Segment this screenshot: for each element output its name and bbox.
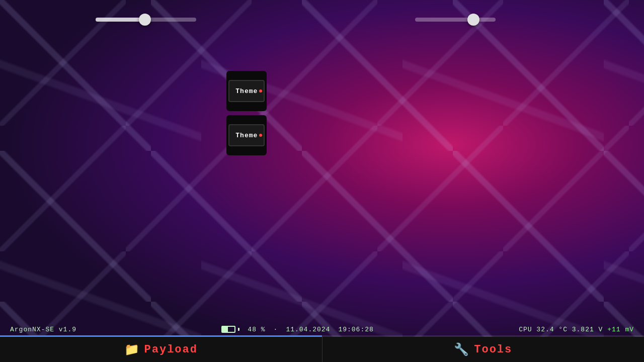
extra-mv: +11 mV (607, 326, 634, 333)
status-separator-1: · (274, 326, 278, 333)
payload-nav-item[interactable]: 📁 Payload (0, 337, 323, 362)
tools-wrench-icon: 🔧 (454, 342, 469, 357)
bottom-nav: 📁 Payload 🔧 Tools (0, 337, 644, 362)
voltage: 3.821 V (572, 326, 603, 333)
status-bar: ArgonNX-SE v1.9 48 % · 11.04.2024 19:06:… (0, 322, 644, 337)
payload-nav-label: Payload (144, 343, 198, 356)
status-time: 19:06:28 (338, 326, 373, 333)
cpu-temp: CPU 32.4 °C (519, 326, 568, 333)
battery-indicator (221, 326, 239, 333)
brightness-slider[interactable] (96, 18, 196, 22)
tools-nav-label: Tools (474, 343, 512, 356)
tools-nav-item[interactable]: 🔧 Tools (323, 337, 645, 362)
payload-folder-icon: 📁 (124, 342, 139, 357)
status-center: 48 % · 11.04.2024 19:06:28 (221, 326, 373, 333)
app-version: ArgonNX-SE v1.9 (10, 326, 76, 333)
status-right: CPU 32.4 °C 3.821 V +11 mV (519, 326, 634, 333)
theme-sxos-icon-box: Theme (226, 71, 267, 111)
status-date: 11.04.2024 (286, 326, 330, 333)
theme-atm-icon-box: Theme (226, 115, 267, 155)
battery-percent: 48 % (248, 326, 265, 333)
language-slider[interactable] (415, 18, 496, 22)
